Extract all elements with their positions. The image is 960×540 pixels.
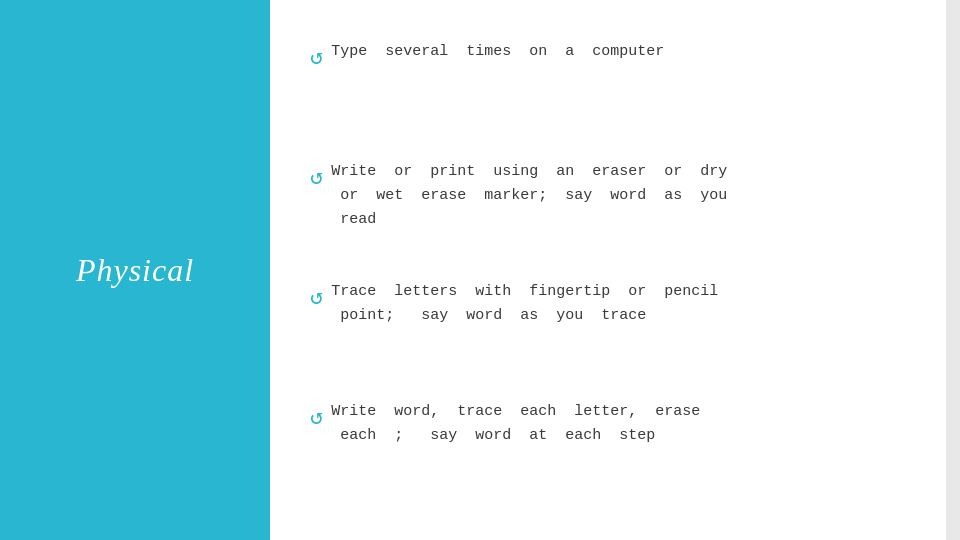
scrollbar[interactable] — [946, 0, 960, 540]
bullet-text-2: Write or print using an eraser or dry or… — [331, 160, 727, 232]
bullet-section-1: ↺ Type several times on a computer — [310, 30, 920, 150]
bullet-text-3: Trace letters with fingertip or pencil p… — [331, 280, 718, 328]
bullet-item-3: ↺ Trace letters with fingertip or pencil… — [310, 280, 718, 328]
bullet-section-3: ↺ Trace letters with fingertip or pencil… — [310, 270, 920, 390]
bullet-icon-2: ↺ — [310, 162, 323, 195]
bullet-icon-4: ↺ — [310, 402, 323, 435]
bullet-item-2: ↺ Write or print using an eraser or dry … — [310, 160, 727, 232]
bullet-text-1: Type several times on a computer — [331, 40, 664, 64]
bullet-text-4: Write word, trace each letter, erase eac… — [331, 400, 700, 448]
left-sidebar: Physical — [0, 0, 270, 540]
right-panel: ↺ Type several times on a computer ↺ Wri… — [270, 0, 960, 540]
bullet-item-1: ↺ Type several times on a computer — [310, 40, 664, 75]
bullet-section-2: ↺ Write or print using an eraser or dry … — [310, 150, 920, 270]
bullet-section-4: ↺ Write word, trace each letter, erase e… — [310, 390, 920, 510]
sidebar-label: Physical — [76, 252, 194, 289]
bullet-icon-3: ↺ — [310, 282, 323, 315]
bullet-item-4: ↺ Write word, trace each letter, erase e… — [310, 400, 700, 448]
bullet-icon-1: ↺ — [310, 42, 323, 75]
